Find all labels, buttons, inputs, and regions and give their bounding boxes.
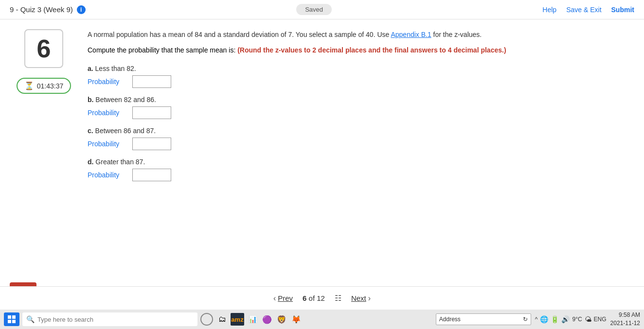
chevron-icon[interactable]: ^ bbox=[535, 316, 538, 323]
svg-rect-1 bbox=[12, 315, 16, 319]
address-bar: Address ↻ bbox=[436, 313, 531, 325]
prev-button[interactable]: ‹ Prev bbox=[273, 294, 293, 303]
prob-row-d: Probability bbox=[88, 169, 629, 181]
taskbar-icon-brave[interactable]: 🦁 bbox=[275, 313, 288, 326]
total-pages: 12 bbox=[317, 294, 325, 302]
sub-question-b: b. Between 82 and 86. Probability bbox=[88, 96, 629, 119]
temperature-value: 9°C bbox=[572, 316, 582, 323]
sub-question-c-desc: Between 86 and 87. bbox=[95, 127, 156, 135]
submit-button[interactable]: Submit bbox=[611, 6, 634, 14]
network-icon: 🌐 bbox=[540, 315, 548, 323]
question-text: A normal population has a mean of 84 and… bbox=[88, 29, 629, 40]
footer-nav: ‹ Prev 6 of 12 ☷ Next › bbox=[0, 286, 644, 310]
timer-badge: ⏳ 01:43:37 bbox=[17, 78, 72, 94]
windows-icon bbox=[7, 315, 16, 324]
prob-row-c: Probability bbox=[88, 138, 629, 150]
taskbar-icon-amazon[interactable]: amz bbox=[231, 313, 244, 326]
cortana-button[interactable] bbox=[200, 313, 213, 326]
sub-question-a-label: a. Less than 82. bbox=[88, 65, 629, 72]
header-left: 9 - Quiz 3 (Week 9) i bbox=[10, 5, 86, 14]
instruction-text: Compute the probability that the sample … bbox=[88, 45, 629, 55]
help-link[interactable]: Help bbox=[542, 6, 556, 14]
prob-row-b: Probability bbox=[88, 106, 629, 119]
prev-label: Prev bbox=[278, 294, 293, 302]
taskbar-icon-quickbooks[interactable]: 📊 bbox=[246, 313, 259, 326]
timer-value: 01:43:37 bbox=[37, 82, 64, 90]
sub-question-d-label: d. Greater than 87. bbox=[88, 158, 629, 166]
address-refresh-icon[interactable]: ↻ bbox=[523, 316, 528, 323]
sub-question-c-letter: c. bbox=[88, 127, 95, 135]
language-label: ENG bbox=[594, 316, 607, 323]
instruction-prefix: Compute the probability that the sample … bbox=[88, 46, 237, 54]
sub-question-c: c. Between 86 and 87. Probability bbox=[88, 127, 629, 150]
sub-question-a-letter: a. bbox=[88, 65, 95, 72]
sub-question-b-label: b. Between 82 and 86. bbox=[88, 96, 629, 104]
prob-label-b: Probability bbox=[88, 109, 126, 117]
search-bar: 🔍 bbox=[22, 312, 197, 326]
next-label: Next bbox=[351, 294, 366, 302]
question-main-text: A normal population has a mean of 84 and… bbox=[88, 31, 391, 38]
question-number-box: 6 bbox=[24, 29, 63, 68]
sub-question-b-letter: b. bbox=[88, 96, 95, 104]
svg-rect-2 bbox=[8, 320, 11, 323]
prob-label-d: Probability bbox=[88, 171, 126, 179]
prob-label-a: Probability bbox=[88, 78, 126, 86]
next-arrow-icon: › bbox=[368, 294, 371, 303]
of-label: of bbox=[309, 294, 315, 302]
system-tray-icons: ^ 🌐 🔋 🔊 9°C 🌤 ENG bbox=[535, 315, 607, 323]
sub-question-b-desc: Between 82 and 86. bbox=[95, 96, 156, 104]
search-input[interactable] bbox=[37, 316, 194, 323]
save-exit-link[interactable]: Save & Exit bbox=[566, 6, 601, 14]
timer-icon: ⏳ bbox=[24, 81, 34, 90]
taskbar-time: 9:58 AM bbox=[610, 311, 640, 319]
address-label: Address bbox=[439, 316, 461, 323]
question-main-text2: for the z-values. bbox=[431, 31, 482, 38]
taskbar-icon-purple[interactable]: 🟣 bbox=[261, 313, 273, 326]
prob-input-b[interactable] bbox=[132, 106, 171, 119]
taskbar-app-icons: 🗂 amz 📊 🟣 🦁 🦊 bbox=[216, 313, 303, 326]
svg-rect-0 bbox=[8, 315, 11, 319]
search-icon: 🔍 bbox=[26, 315, 35, 323]
sub-question-d-letter: d. bbox=[88, 158, 95, 166]
prev-arrow-icon: ‹ bbox=[273, 294, 276, 303]
speaker-icon: 🔊 bbox=[561, 315, 570, 323]
right-panel: A normal population has a mean of 84 and… bbox=[88, 29, 629, 262]
taskbar-date: 2021-11-12 bbox=[610, 319, 640, 328]
header: 9 - Quiz 3 (Week 9) i Saved Help Save & … bbox=[0, 0, 644, 19]
main-content: 6 ⏳ 01:43:37 A normal population has a m… bbox=[0, 19, 644, 272]
sun-icon: 🌤 bbox=[585, 315, 591, 323]
taskbar-clock: 9:58 AM 2021-11-12 bbox=[610, 311, 640, 328]
svg-rect-3 bbox=[12, 320, 16, 323]
address-input[interactable] bbox=[463, 316, 521, 323]
quiz-title: 9 - Quiz 3 (Week 9) bbox=[10, 5, 73, 14]
page-info: 6 of 12 bbox=[303, 294, 325, 302]
start-button[interactable] bbox=[4, 312, 19, 326]
left-panel: 6 ⏳ 01:43:37 bbox=[15, 29, 73, 262]
sub-question-c-label: c. Between 86 and 87. bbox=[88, 127, 629, 135]
sub-question-d: d. Greater than 87. Probability bbox=[88, 158, 629, 181]
taskbar-icon-firefox[interactable]: 🦊 bbox=[290, 313, 303, 326]
sub-question-a-desc: Less than 82. bbox=[95, 65, 136, 72]
current-page: 6 bbox=[303, 294, 306, 302]
appendix-link[interactable]: Appendix B.1 bbox=[391, 31, 431, 38]
prob-row-a: Probability bbox=[88, 75, 629, 88]
taskbar: 🔍 🗂 amz 📊 🟣 🦁 🦊 Address ↻ ^ 🌐 🔋 🔊 9°C 🌤 … bbox=[0, 310, 644, 329]
taskbar-right: Address ↻ ^ 🌐 🔋 🔊 9°C 🌤 ENG 9:58 AM 2021… bbox=[436, 311, 640, 328]
next-button[interactable]: Next › bbox=[351, 294, 371, 303]
grid-icon[interactable]: ☷ bbox=[335, 294, 341, 303]
battery-icon: 🔋 bbox=[551, 315, 559, 323]
prob-label-c: Probability bbox=[88, 140, 126, 148]
prob-input-a[interactable] bbox=[132, 75, 171, 88]
prob-input-c[interactable] bbox=[132, 138, 171, 150]
prob-input-d[interactable] bbox=[132, 169, 171, 181]
saved-badge: Saved bbox=[296, 4, 332, 15]
question-number: 6 bbox=[37, 34, 51, 63]
sub-question-d-desc: Greater than 87. bbox=[95, 158, 145, 166]
header-center: Saved bbox=[296, 4, 332, 15]
header-right: Help Save & Exit Submit bbox=[542, 6, 634, 14]
taskbar-icon-explorer[interactable]: 🗂 bbox=[216, 313, 229, 326]
sub-question-a: a. Less than 82. Probability bbox=[88, 65, 629, 88]
instruction-red: (Round the z-values to 2 decimal places … bbox=[237, 46, 506, 54]
info-icon[interactable]: i bbox=[77, 5, 86, 14]
